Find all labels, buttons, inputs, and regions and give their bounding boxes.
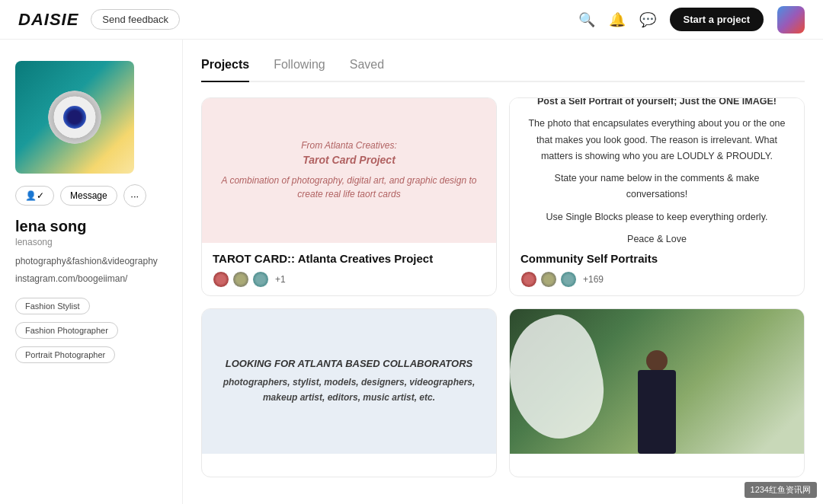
- profile-image: [15, 61, 134, 174]
- bell-icon[interactable]: 🔔: [609, 11, 626, 28]
- eye-pupil: [63, 106, 86, 129]
- project-card-collab[interactable]: LOOKING FOR ATLANTA BASED COLLABORATORS …: [201, 308, 497, 477]
- start-project-button[interactable]: Start a project: [670, 8, 764, 31]
- avatar-2: [232, 271, 249, 288]
- tab-following[interactable]: Following: [274, 58, 325, 82]
- avatar-c3: [560, 271, 577, 288]
- tarot-from: From Atlanta Creatives:: [301, 140, 397, 151]
- card-avatars-community: +169: [520, 271, 793, 288]
- profile-name: lena song: [15, 218, 167, 235]
- community-text: Post a Self Portrait of yourself; Just t…: [525, 97, 789, 247]
- tag-portrait-photographer[interactable]: Portrait Photographer: [15, 346, 115, 363]
- tabs: Projects Following Saved: [201, 40, 805, 82]
- tag-fashion-stylist[interactable]: Fashion Stylist: [15, 298, 90, 314]
- main-container: 👤✓ Message ··· lena song lenasong photog…: [0, 40, 823, 504]
- avatar-count-community: +169: [583, 274, 604, 285]
- tarot-title: Tarot Card Project: [303, 154, 395, 166]
- avatar-3: [252, 271, 269, 288]
- project-card-community[interactable]: Post a Self Portrait of yourself; Just t…: [509, 97, 805, 296]
- tag-fashion-photographer[interactable]: Fashion Photographer: [15, 322, 118, 339]
- navbar-left: DAISIE Send feedback: [18, 9, 180, 30]
- tab-saved[interactable]: Saved: [350, 58, 384, 82]
- card-avatars-tarot: +1: [213, 271, 485, 288]
- card-image-collab: LOOKING FOR ATLANTA BASED COLLABORATORS …: [202, 309, 496, 454]
- card-image-community: Post a Self Portrait of yourself; Just t…: [510, 98, 804, 243]
- navbar-right: 🔍 🔔 💬 Start a project: [578, 6, 805, 33]
- sidebar: 👤✓ Message ··· lena song lenasong photog…: [0, 40, 183, 504]
- collab-desc: photographers, stylist, models, designer…: [217, 375, 481, 404]
- card-footer-photo: [510, 454, 804, 477]
- feedback-button[interactable]: Send feedback: [91, 9, 180, 30]
- check-icon: 👤✓: [25, 190, 44, 201]
- search-icon[interactable]: 🔍: [578, 11, 595, 28]
- logo: DAISIE: [18, 10, 78, 30]
- profile-link[interactable]: instagram.com/boogeiiman/: [15, 273, 167, 285]
- more-button[interactable]: ···: [123, 184, 146, 207]
- ellipsis-icon: ···: [130, 190, 139, 202]
- message-icon[interactable]: 💬: [639, 11, 656, 28]
- avatar-c1: [520, 271, 537, 288]
- card-footer-tarot: TAROT CARD:: Atlanta Creatives Project +…: [202, 243, 496, 295]
- fabric-graphic: [510, 309, 616, 448]
- profile-bio: photography&fashion&videography: [15, 255, 167, 268]
- avatar-1: [213, 271, 229, 288]
- message-button[interactable]: Message: [60, 186, 117, 206]
- card-image-tarot: From Atlanta Creatives: Tarot Card Proje…: [202, 98, 496, 243]
- card-image-photo: [510, 309, 804, 454]
- project-card-photo[interactable]: [509, 308, 805, 477]
- collab-title: LOOKING FOR ATLANTA BASED COLLABORATORS: [226, 358, 473, 369]
- tab-projects[interactable]: Projects: [201, 58, 249, 82]
- avatar-count-tarot: +1: [275, 274, 286, 285]
- figure-head: [646, 350, 668, 372]
- photo-figure: [611, 324, 703, 454]
- eye-graphic: [48, 91, 101, 144]
- card-footer-collab: [202, 454, 496, 477]
- profile-handle: lenasong: [15, 237, 167, 247]
- profile-actions: 👤✓ Message ···: [15, 184, 167, 207]
- card-title-community: Community Self Portraits: [520, 252, 793, 265]
- card-footer-community: Community Self Portraits +169: [510, 243, 804, 295]
- follow-button[interactable]: 👤✓: [15, 186, 54, 206]
- card-title-tarot: TAROT CARD:: Atlanta Creatives Project: [213, 252, 485, 265]
- figure-body: [638, 370, 676, 454]
- content-area: Projects Following Saved From Atlanta Cr…: [183, 40, 823, 504]
- user-avatar[interactable]: [777, 6, 805, 33]
- navbar: DAISIE Send feedback 🔍 🔔 💬 Start a proje…: [0, 0, 823, 40]
- tarot-desc: A combination of photography, digital ar…: [214, 174, 484, 201]
- avatar-c2: [540, 271, 557, 288]
- project-card-tarot[interactable]: From Atlanta Creatives: Tarot Card Proje…: [201, 97, 497, 296]
- tags-container: Fashion Stylist Fashion Photographer Por…: [15, 298, 167, 368]
- projects-grid: From Atlanta Creatives: Tarot Card Proje…: [201, 97, 805, 477]
